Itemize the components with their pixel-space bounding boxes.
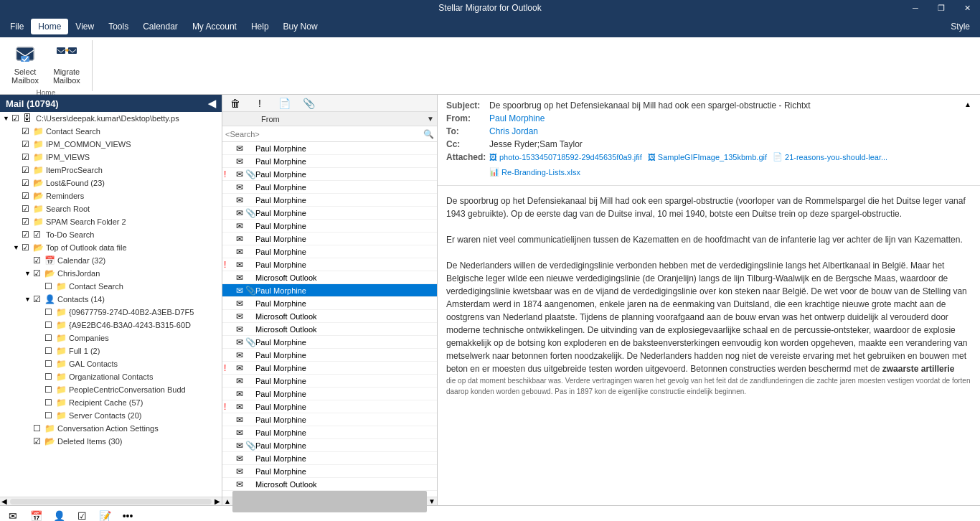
tree-item-spam[interactable]: ☑ 📁 SPAM Search Folder 2 [0,215,222,228]
menu-myaccount[interactable]: My Account [185,19,244,34]
email-row-selected[interactable]: ✉ 📎 Paul Morphine [222,284,437,297]
tree-item-calendar[interactable]: ☑ 📅 Calendar (32) [0,254,222,267]
email-list-scrollbar[interactable]: ▲ ▼ [222,497,437,505]
email-row[interactable]: ✉ Paul Morphine [222,349,437,362]
menu-buynow[interactable]: Buy Now [276,19,325,34]
sidebar-scrollbar[interactable]: ◀ ▶ [0,497,222,505]
menu-file[interactable]: File [3,19,31,34]
menu-help[interactable]: Help [244,19,276,34]
email-row[interactable]: ! ✉ Paul Morphine [222,400,437,413]
menu-calendar[interactable]: Calendar [136,19,185,34]
minimize-button[interactable]: ─ [903,0,928,16]
tree-toggle-contacts[interactable]: ▼ [24,296,33,303]
email-row[interactable]: ✉ 📎 Paul Morphine [222,439,437,452]
menu-home[interactable]: Home [31,19,68,34]
email-row[interactable]: ✉ Paul Morphine [222,465,437,478]
close-button[interactable]: ✕ [954,0,980,16]
email-row[interactable]: ✉ Paul Morphine [222,375,437,388]
tree-checkbox-guid2[interactable]: ☐ [44,320,55,330]
email-row[interactable]: ! ✉ Paul Morphine [222,258,437,271]
tree-checkbox-org-contacts[interactable]: ☐ [44,372,55,382]
tree-checkbox-top-outlook[interactable]: ☑ [22,243,32,253]
tree-item-deleted[interactable]: ☑ 📂 Deleted Items (30) [0,435,222,448]
tree-checkbox-reminders[interactable]: ☑ [22,191,32,201]
attach-button[interactable]: 📎 [298,95,319,112]
tree-item-ipm-common[interactable]: ☑ 📁 IPM_COMMON_VIEWS [0,138,222,151]
tree-checkbox-ipm-views[interactable]: ☑ [22,152,32,162]
tree-checkbox-search-root[interactable]: ☑ [22,204,32,214]
tree-checkbox-contacts[interactable]: ☑ [33,294,43,304]
email-row[interactable]: ✉ Microsoft Outlook [222,478,437,491]
email-row[interactable]: ✉ Paul Morphine [222,155,437,168]
mail-view-button[interactable]: ✉ [3,507,23,522]
tree-checkbox-guid1[interactable]: ☐ [44,307,55,317]
scroll-left-btn[interactable]: ◀ [0,497,9,505]
tree-item-contacts[interactable]: ▼ ☑ 👤 Contacts (14) [0,293,222,306]
email-row[interactable]: ✉ Microsoft Outlook [222,271,437,284]
email-row[interactable]: ✉ Paul Morphine [222,426,437,439]
tree-checkbox-conv-action[interactable]: ☐ [33,423,43,433]
tree-checkbox-calendar[interactable]: ☑ [33,255,43,266]
tree-checkbox-contact-search-2[interactable]: ☐ [44,281,55,291]
tree-item-server-contacts[interactable]: ☐ 📁 Server Contacts (20) [0,409,222,422]
flag-button[interactable]: ! [250,95,270,112]
email-row[interactable]: ✉ Microsoft Outlook [222,310,437,323]
email-row[interactable]: ✉ Paul Morphine [222,181,437,194]
list-scroll-up[interactable]: ▲ [224,497,231,505]
tree-item-guid2[interactable]: ☐ 📁 {A9E2BC46-B3A0-4243-B315-60D [0,319,222,332]
style-button[interactable]: Style [943,19,977,34]
tree-checkbox-spam[interactable]: ☑ [22,217,32,227]
tree-item-search-root[interactable]: ☑ 📁 Search Root [0,202,222,215]
list-scroll-thumb[interactable] [232,491,427,512]
tree-item-peoplecentric[interactable]: ☐ 📁 PeopleCentricConversation Budd [0,383,222,396]
new-email-button[interactable]: 📄 [274,95,294,112]
notes-view-button[interactable]: 📝 [95,507,115,522]
sort-icon[interactable]: ▼ [427,115,434,123]
tree-checkbox-ipm-common[interactable]: ☑ [22,139,32,149]
list-scroll-down[interactable]: ▼ [428,497,435,505]
tree-item-lost-found[interactable]: ☑ 📂 Lost&Found (23) [0,177,222,189]
migrate-mailbox-button[interactable]: MigrateMailbox [47,40,86,88]
restore-button[interactable]: ❐ [928,0,954,16]
email-row[interactable]: ✉ Paul Morphine [222,452,437,465]
email-row[interactable]: ✉ Paul Morphine [222,413,437,426]
tree-toggle-root[interactable]: ▼ [3,115,11,122]
tree-checkbox-companies[interactable]: ☐ [44,333,55,343]
calendar-view-button[interactable]: 📅 [26,507,46,522]
tree-item-reminders[interactable]: ☑ 📂 Reminders [0,189,222,202]
tree-item-ipm-views[interactable]: ☑ 📁 IPM_VIEWS [0,151,222,164]
email-row[interactable]: ✉ Paul Morphine [222,297,437,310]
attachment-item-3[interactable]: 📄 21-reasons-you-should-lear... [773,152,887,161]
tree-checkbox-full1[interactable]: ☐ [44,346,55,356]
tasks-view-button[interactable]: ☑ [72,507,92,522]
select-mailbox-button[interactable]: SelectMailbox [6,40,44,88]
attachment-item-2[interactable]: 🖼 SampleGIFImage_135kbmb.gif [648,153,767,161]
tree-item-gal[interactable]: ☐ 📁 GAL Contacts [0,357,222,370]
tree-checkbox-chrisjordan[interactable]: ☑ [33,268,43,278]
email-row[interactable]: ✉ 📎 Paul Morphine [222,336,437,349]
attachment-item-4[interactable]: 📊 Re-Branding-Lists.xlsx [489,167,580,177]
tree-checkbox-todo[interactable]: ☑ [22,230,32,240]
tree-checkbox-gal[interactable]: ☐ [44,359,55,369]
email-row[interactable]: ✉ Paul Morphine [222,220,437,233]
tree-item-contact-search-1[interactable]: ☑ 📁 Contact Search [0,125,222,138]
tree-item-conv-action[interactable]: ☐ 📁 Conversation Action Settings [0,422,222,435]
tree-checkbox-cs1[interactable]: ☑ [22,126,32,136]
email-row[interactable]: ✉ 📎 Paul Morphine [222,207,437,220]
tree-checkbox-deleted[interactable]: ☑ [33,436,43,446]
email-row[interactable]: ✉ Paul Morphine [222,245,437,258]
from-value[interactable]: Paul Morphine [489,113,971,123]
tree-item-recipient[interactable]: ☐ 📁 Recipient Cache (57) [0,396,222,409]
email-row[interactable]: ✉ Paul Morphine [222,388,437,400]
tree-checkbox-lost-found[interactable]: ☑ [22,178,32,188]
more-button[interactable]: ••• [118,507,138,522]
tree-item-root[interactable]: ▼ ☑ 🗄 C:\Users\deepak.kumar\Desktop\bett… [0,112,222,125]
tree-item-full1[interactable]: ☐ 📁 Full 1 (2) [0,344,222,357]
scroll-right-btn[interactable]: ▶ [213,497,222,505]
tree-item-companies[interactable]: ☐ 📁 Companies [0,332,222,344]
tree-item-contact-search-2[interactable]: ☐ 📁 Contact Search [0,280,222,293]
contacts-view-button[interactable]: 👤 [49,507,69,522]
tree-item-chrisjordan[interactable]: ▼ ☑ 📂 ChrisJordan [0,267,222,280]
detail-scroll-up[interactable]: ▲ [964,100,971,108]
tree-checkbox-recipient[interactable]: ☐ [44,398,55,408]
